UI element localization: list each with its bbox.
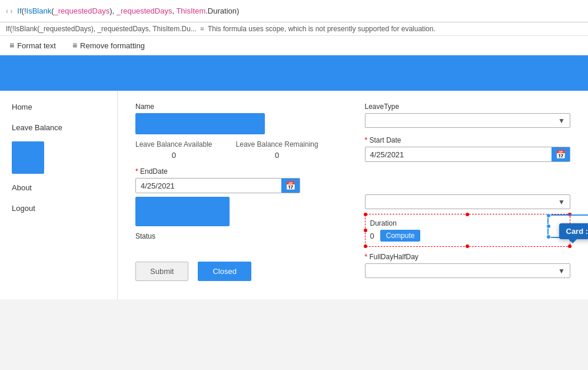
sidebar-item-home[interactable]: Home bbox=[0, 97, 117, 117]
remove-formatting-button[interactable]: ≡ Remove formatting bbox=[69, 39, 148, 52]
corner-dot-tr bbox=[568, 213, 572, 216]
enddate-input-wrapper[interactable]: 📅 bbox=[135, 178, 300, 193]
enddate-calendar-button[interactable]: 📅 bbox=[281, 179, 300, 193]
enddate-row: EndDate 📅 bbox=[135, 167, 300, 193]
formula-bar: ‹ › If(!IsBlank(_requestedDays), _reques… bbox=[0, 0, 588, 22]
form-area-inner: Name Leave Balance Available 0 Leave Bal… bbox=[135, 103, 570, 278]
tooltip-card: Card : Duration bbox=[559, 223, 589, 239]
corner-dot-tl bbox=[364, 213, 367, 216]
compute-button[interactable]: Compute bbox=[380, 230, 421, 242]
hint-formula-short: If(!IsBlank(_requestedDays), _requestedD… bbox=[6, 25, 197, 33]
enddate-input[interactable] bbox=[136, 179, 281, 193]
duration-section: Duration 0 Compute bbox=[365, 214, 571, 247]
leave-balance-remaining-col: Leave Balance Remaining 0 bbox=[236, 140, 318, 160]
action-buttons-row: Submit Closed bbox=[135, 262, 251, 281]
leave-balance-available-col: Leave Balance Available 0 bbox=[135, 140, 212, 160]
sidebar-item-logout[interactable]: Logout bbox=[0, 198, 117, 219]
card-duration-select[interactable] bbox=[366, 195, 570, 209]
startdate-label: Start Date bbox=[365, 136, 571, 144]
fulldayhalfday-label: FullDayHalfDay bbox=[365, 253, 571, 261]
corner-dot-br bbox=[568, 245, 572, 248]
startdate-input-wrapper[interactable]: 📅 bbox=[365, 147, 571, 162]
remove-formatting-label: Remove formatting bbox=[80, 41, 145, 50]
toolbar: ≡ Format text ≡ Remove formatting bbox=[0, 36, 588, 55]
sidebar-avatar bbox=[12, 141, 44, 174]
corner-dot-bm bbox=[466, 245, 469, 248]
startdate-input[interactable] bbox=[366, 148, 552, 161]
corner-dot-ml bbox=[364, 229, 367, 232]
startdate-section: Start Date 📅 bbox=[365, 136, 571, 162]
closed-button[interactable]: Closed bbox=[198, 262, 251, 281]
leavetype-select-wrapper[interactable]: ▼ bbox=[365, 113, 571, 128]
card-duration-select-wrapper[interactable]: ▼ bbox=[365, 194, 571, 209]
hint-equals: = bbox=[200, 25, 204, 33]
chevron-icon: ‹ › bbox=[6, 7, 12, 15]
fulldayhalfday-select[interactable] bbox=[366, 264, 570, 278]
leave-balance-remaining-header: Leave Balance Remaining bbox=[236, 140, 318, 148]
status-section: Status bbox=[135, 232, 155, 243]
blue-box-section bbox=[135, 197, 230, 236]
startdate-calendar-button[interactable]: 📅 bbox=[552, 147, 570, 161]
corner-dot-bl bbox=[364, 245, 367, 248]
name-field-box bbox=[135, 113, 265, 134]
blue-box bbox=[135, 197, 230, 226]
format-text-button[interactable]: ≡ Format text bbox=[6, 39, 59, 52]
sidebar-item-about[interactable]: About bbox=[0, 177, 117, 198]
duration-inner: 0 Compute bbox=[370, 230, 566, 242]
leave-balance-available-header: Leave Balance Available bbox=[135, 140, 212, 148]
form-area: Name Leave Balance Available 0 Leave Bal… bbox=[118, 91, 588, 299]
tooltip-label: Card : Duration bbox=[566, 227, 589, 236]
duration-label: Duration bbox=[370, 219, 566, 227]
sidebar: Home Leave Balance About Logout bbox=[0, 91, 118, 299]
hint-message: This formula uses scope, which is not pr… bbox=[208, 25, 436, 33]
leavetype-col: LeaveType ▼ Start Date 📅 bbox=[365, 103, 571, 278]
submit-button[interactable]: Submit bbox=[135, 262, 188, 281]
sidebar-item-leave-balance[interactable]: Leave Balance bbox=[0, 117, 117, 138]
preview-bar bbox=[0, 55, 588, 91]
remove-formatting-icon: ≡ bbox=[72, 41, 77, 50]
leave-balance-row: Leave Balance Available 0 Leave Balance … bbox=[135, 140, 341, 160]
name-label: Name bbox=[135, 103, 341, 111]
formula-hint-bar: If(!IsBlank(_requestedDays), _requestedD… bbox=[0, 22, 588, 36]
format-text-label: Format text bbox=[17, 41, 56, 50]
leavetype-select[interactable] bbox=[366, 114, 570, 127]
content-wrapper: Home Leave Balance About Logout Name bbox=[0, 91, 588, 299]
format-text-icon: ≡ bbox=[9, 41, 14, 50]
leave-balance-available-value: 0 bbox=[135, 151, 212, 160]
enddate-label: EndDate bbox=[135, 167, 300, 176]
status-label: Status bbox=[135, 232, 155, 240]
leavetype-label: LeaveType bbox=[365, 103, 571, 111]
corner-dot-tm bbox=[466, 213, 469, 216]
duration-value: 0 bbox=[370, 232, 374, 240]
leave-balance-remaining-value: 0 bbox=[236, 151, 318, 160]
fulldayhalfday-select-wrapper[interactable]: ▼ bbox=[365, 263, 571, 278]
card-duration-dropdown-section: ▼ bbox=[365, 194, 571, 209]
formula-expression: If(!IsBlank(_requestedDays), _requestedD… bbox=[17, 6, 239, 15]
fulldayhalfday-section: FullDayHalfDay ▼ bbox=[365, 253, 571, 278]
